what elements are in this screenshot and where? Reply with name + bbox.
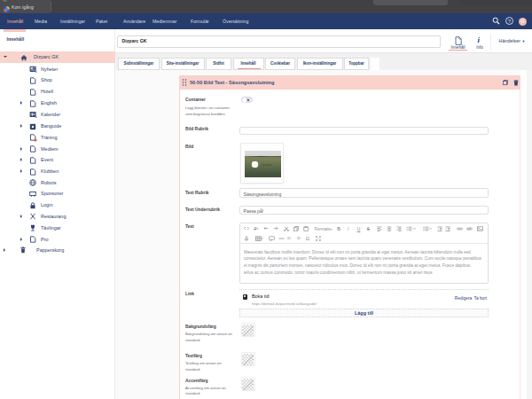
svg-text:?: ?	[508, 19, 512, 24]
